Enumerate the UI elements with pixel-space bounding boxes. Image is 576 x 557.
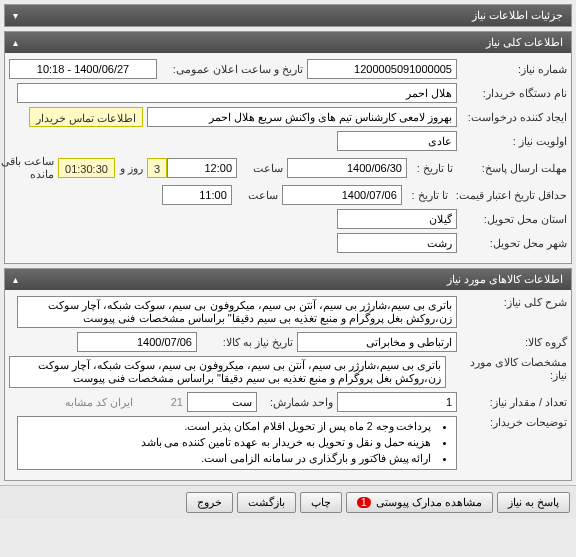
creator-label: ایجاد کننده درخواست: (457, 111, 567, 124)
page-title: جزئیات اطلاعات نیاز (472, 9, 563, 22)
spec-label: مشخصات کالای مورد نیاز: (446, 356, 567, 382)
contact-buyer-button[interactable]: اطلاعات تماس خریدار (29, 107, 143, 127)
button-bar: پاسخ به نیاز مشاهده مدارک پیوستی 1 چاپ ب… (0, 485, 576, 519)
buyer-notes-box[interactable]: پرداخت وجه 2 ماه پس از تحویل اقلام امکان… (17, 416, 457, 470)
creator-field[interactable] (147, 107, 457, 127)
deadline-label: مهلت ارسال پاسخ: (457, 162, 567, 175)
attachments-label: مشاهده مدارک پیوستی (376, 496, 482, 508)
row-desc: شرح کلی نیاز: (9, 296, 567, 328)
validity-time-label: ساعت (232, 189, 282, 202)
city-label: شهر محل تحویل: (457, 237, 567, 250)
collapse-icon[interactable]: ▾ (13, 10, 18, 21)
row-city: شهر محل تحویل: (9, 233, 567, 253)
unit-label: واحد شمارش: (257, 396, 337, 409)
buyer-org-label: نام دستگاه خریدار: (457, 87, 567, 100)
province-field[interactable] (337, 209, 457, 229)
goods-header: اطلاعات کالاهای مورد نیاز ▴ (5, 269, 571, 290)
buyer-notes-list: پرداخت وجه 2 ماه پس از تحویل اقلام امکان… (22, 419, 452, 466)
item-no-label: 21 (137, 396, 187, 408)
remaining-label: ساعت باقی مانده (0, 155, 58, 181)
remaining-time-box: 01:30:30 (58, 158, 115, 178)
need-date-field[interactable] (77, 332, 197, 352)
collapse-icon[interactable]: ▴ (13, 37, 18, 48)
buyer-org-field[interactable] (17, 83, 457, 103)
row-spec: مشخصات کالای مورد نیاز: (9, 356, 567, 388)
row-priority: اولویت نیاز : (9, 131, 567, 151)
row-creator: ایجاد کننده درخواست: اطلاعات تماس خریدار (9, 107, 567, 127)
deadline-date-field[interactable] (287, 158, 407, 178)
validity-to-date-label: تا تاریخ : (402, 189, 452, 202)
need-info-header: اطلاعات کلی نیاز ▴ (5, 32, 571, 53)
province-label: استان محل تحویل: (457, 213, 567, 226)
validity-time-field[interactable] (162, 185, 232, 205)
list-item: ارائه پیش فاکتور و بارگذاری در سامانه ال… (22, 451, 446, 467)
collapse-icon[interactable]: ▴ (13, 274, 18, 285)
row-validity: حداقل تاریخ اعتبار قیمت: تا تاریخ : ساعت (9, 185, 567, 205)
list-item: هزینه حمل و نقل و تحویل به خریدار به عهد… (22, 435, 446, 451)
attachments-count-badge: 1 (357, 497, 371, 508)
exit-button[interactable]: خروج (186, 492, 233, 513)
need-no-label: شماره نیاز: (457, 63, 567, 76)
row-group: گروه کالا: تاریخ نیاز به کالا: (9, 332, 567, 352)
qty-label: تعداد / مقدار نیاز: (457, 396, 567, 409)
city-field[interactable] (337, 233, 457, 253)
need-date-label: تاریخ نیاز به کالا: (197, 336, 297, 349)
desc-field[interactable] (17, 296, 457, 328)
row-buyer-org: نام دستگاه خریدار: (9, 83, 567, 103)
days-count-box: 3 (147, 158, 167, 178)
row-deadline: مهلت ارسال پاسخ: تا تاریخ : ساعت 3 روز و… (9, 155, 567, 181)
list-item: پرداخت وجه 2 ماه پس از تحویل اقلام امکان… (22, 419, 446, 435)
desc-label: شرح کلی نیاز: (457, 296, 567, 309)
need-info-title: اطلاعات کلی نیاز (486, 36, 563, 49)
priority-field[interactable] (337, 131, 457, 151)
goods-panel: اطلاعات کالاهای مورد نیاز ▴ شرح کلی نیاز… (4, 268, 572, 481)
group-field[interactable] (297, 332, 457, 352)
deadline-time-field[interactable] (167, 158, 237, 178)
priority-label: اولویت نیاز : (457, 135, 567, 148)
days-and-label: روز و (115, 162, 147, 175)
validity-date-field[interactable] (282, 185, 402, 205)
row-province: استان محل تحویل: (9, 209, 567, 229)
group-label: گروه کالا: (457, 336, 567, 349)
page-header: جزئیات اطلاعات نیاز ▾ (5, 5, 571, 26)
irancode-label: ایران کد مشابه (61, 396, 137, 409)
need-info-panel: اطلاعات کلی نیاز ▴ شماره نیاز: تاریخ و س… (4, 31, 572, 264)
row-need-no: شماره نیاز: تاریخ و ساعت اعلان عمومی: (9, 59, 567, 79)
unit-field[interactable] (187, 392, 257, 412)
row-qty: تعداد / مقدار نیاز: واحد شمارش: 21 ایران… (9, 392, 567, 412)
goods-title: اطلاعات کالاهای مورد نیاز (447, 273, 563, 286)
back-button[interactable]: بازگشت (237, 492, 296, 513)
reply-button[interactable]: پاسخ به نیاز (497, 492, 570, 513)
validity-label: حداقل تاریخ اعتبار قیمت: (452, 189, 567, 202)
qty-field[interactable] (337, 392, 457, 412)
attachments-button[interactable]: مشاهده مدارک پیوستی 1 (346, 492, 493, 513)
deadline-to-date-label: تا تاریخ : (407, 162, 457, 175)
buyer-notes-label: توضیحات خریدار: (457, 416, 567, 429)
print-button[interactable]: چاپ (300, 492, 342, 513)
announce-dt-field[interactable] (9, 59, 157, 79)
row-buyer-notes: توضیحات خریدار: پرداخت وجه 2 ماه پس از ت… (9, 416, 567, 470)
need-no-field[interactable] (307, 59, 457, 79)
page-header-panel: جزئیات اطلاعات نیاز ▾ (4, 4, 572, 27)
announce-label: تاریخ و ساعت اعلان عمومی: (157, 63, 307, 76)
time-label: ساعت (237, 162, 287, 175)
spec-field[interactable] (9, 356, 446, 388)
